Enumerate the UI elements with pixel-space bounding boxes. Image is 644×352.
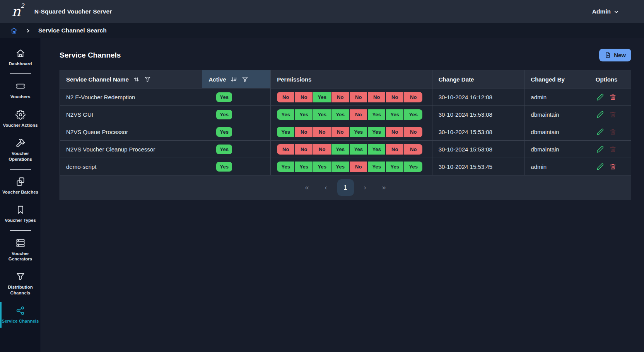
edit-button[interactable] — [596, 163, 604, 170]
permission-badge: Yes — [368, 144, 386, 155]
cell-active: Yes — [202, 88, 271, 105]
permission-badge: Yes — [331, 144, 350, 155]
permission-badge: No — [350, 109, 368, 120]
cell-options — [582, 158, 631, 175]
column-header-options: Options — [582, 70, 631, 88]
permissions-group: YesYesYesYesNoYesYesYes — [277, 162, 422, 172]
column-label: Active — [208, 76, 226, 83]
trash-icon — [609, 111, 617, 118]
ticket-icon — [15, 81, 26, 91]
permission-badge: No — [331, 127, 350, 137]
pencil-icon — [596, 146, 604, 153]
sidebar-item-service-channels[interactable]: Service Channels — [0, 301, 41, 329]
breadcrumb-page-title: Service Channel Search — [38, 27, 107, 34]
permission-badge: No — [331, 92, 350, 102]
permission-badge: Yes — [331, 109, 350, 120]
pencil-icon — [596, 128, 604, 136]
cell-options — [582, 141, 631, 158]
permission-badge: Yes — [350, 144, 368, 155]
delete-button[interactable] — [609, 163, 617, 170]
cell-service-channel-name: demo-script — [60, 158, 202, 175]
pagination-next-button[interactable]: › — [357, 184, 373, 192]
table-row: N2VS Queue ProcessorYesYesNoNoNoYesYesNo… — [60, 123, 631, 140]
sidebar-item-label: Vouchers — [10, 94, 31, 99]
filter-funnel-icon[interactable] — [144, 76, 151, 83]
edit-button[interactable] — [596, 146, 604, 153]
permission-badge: Yes — [331, 162, 350, 172]
table-row: N2 E-Voucher RedemptionYesNoNoYesNoNoNoN… — [60, 88, 631, 105]
pagination-prev-button[interactable]: ‹ — [318, 184, 334, 192]
column-header-permissions: Permissions — [271, 70, 432, 88]
breadcrumb: Service Channel Search — [0, 23, 644, 38]
sidebar-item-voucher-batches[interactable]: Voucher Batches — [0, 172, 41, 200]
cell-service-channel-name: N2VS GUI — [60, 106, 202, 123]
column-header-active[interactable]: Active — [202, 70, 271, 88]
table-row: demo-scriptYesYesYesYesYesNoYesYesYes30-… — [60, 158, 631, 175]
hammer-icon — [15, 138, 26, 148]
cell-changed-by: dbmaintain — [524, 123, 582, 140]
delete-button — [609, 146, 617, 153]
edit-button[interactable] — [596, 111, 604, 118]
sidebar-item-voucher-actions[interactable]: Voucher Actions — [0, 105, 41, 133]
permission-badge: No — [295, 144, 313, 155]
table-body: N2 E-Voucher RedemptionYesNoNoYesNoNoNoN… — [60, 88, 631, 175]
pagination-last-button[interactable]: » — [376, 184, 392, 192]
cell-service-channel-name: N2VS Queue Processor — [60, 123, 202, 140]
delete-button — [609, 111, 617, 118]
table-header: Service Channel Name Active Permissions … — [60, 70, 631, 88]
pagination-first-button[interactable]: « — [299, 184, 315, 192]
column-header-service-channel-name[interactable]: Service Channel Name — [60, 70, 202, 88]
permission-badge: No — [277, 144, 295, 155]
filter-funnel-icon[interactable] — [241, 76, 249, 83]
permission-badge: Yes — [277, 127, 295, 137]
cell-permissions: YesYesYesYesNoYesYesYes — [271, 158, 432, 175]
logo-sup-2: 2 — [20, 3, 24, 9]
delete-button[interactable] — [609, 94, 617, 101]
permission-badge: Yes — [404, 162, 422, 172]
service-channels-table: Service Channel Name Active Permissions … — [60, 70, 631, 200]
sidebar-divider — [10, 169, 31, 170]
permission-badge: Yes — [386, 162, 404, 172]
home-icon[interactable] — [10, 27, 18, 34]
edit-button[interactable] — [596, 128, 604, 136]
permission-badge: No — [404, 144, 422, 155]
cell-change-date: 30-10-2024 15:53:08 — [432, 123, 525, 140]
sidebar-item-voucher-generators[interactable]: Voucher Generators — [0, 233, 41, 267]
cell-options — [582, 88, 631, 105]
new-button[interactable]: New — [599, 49, 631, 61]
sort-descending-icon[interactable] — [230, 76, 237, 83]
permission-badge: Yes — [313, 109, 331, 120]
sidebar-item-dashboard[interactable]: Dashboard — [0, 43, 41, 71]
permission-badge: Yes — [368, 162, 386, 172]
sidebar-item-voucher-types[interactable]: Voucher Types — [0, 200, 41, 228]
main-content: Service Channels New Service Channel Nam… — [41, 38, 644, 352]
permission-badge: No — [386, 144, 404, 155]
sidebar-item-voucher-operations[interactable]: Voucher Operations — [0, 133, 41, 167]
active-badge: Yes — [216, 92, 232, 102]
permission-badge: Yes — [313, 162, 331, 172]
column-label: Changed By — [531, 76, 565, 83]
cell-change-date: 30-10-2024 15:53:08 — [432, 106, 525, 123]
active-badge: Yes — [216, 110, 232, 119]
user-menu-admin[interactable]: Admin — [592, 8, 619, 15]
pencil-icon — [596, 94, 604, 101]
permission-badge: Yes — [350, 127, 368, 137]
permissions-group: YesYesYesYesNoYesYesYes — [277, 109, 422, 120]
cell-changed-by: dbmaintain — [524, 141, 582, 158]
sidebar-item-label: Dashboard — [9, 61, 32, 66]
permission-badge: No — [404, 127, 422, 137]
sidebar-item-label: Voucher Batches — [2, 189, 38, 195]
pagination-current-page[interactable]: 1 — [337, 179, 354, 196]
sidebar-item-label: Voucher Generators — [1, 251, 39, 262]
pagination: « ‹ 1 › » — [60, 175, 631, 200]
sort-arrows-icon[interactable] — [133, 76, 140, 83]
sidebar-item-label: Voucher Operations — [1, 151, 39, 162]
edit-button[interactable] — [596, 94, 604, 101]
gear-icon — [15, 110, 26, 120]
column-label: Change Date — [439, 76, 474, 83]
share-icon — [15, 306, 26, 316]
pencil-icon — [596, 111, 604, 118]
sidebar-item-distribution-channels[interactable]: Distribution Channels — [0, 267, 41, 301]
sidebar-item-vouchers[interactable]: Vouchers — [0, 76, 41, 104]
active-badge: Yes — [216, 162, 232, 172]
